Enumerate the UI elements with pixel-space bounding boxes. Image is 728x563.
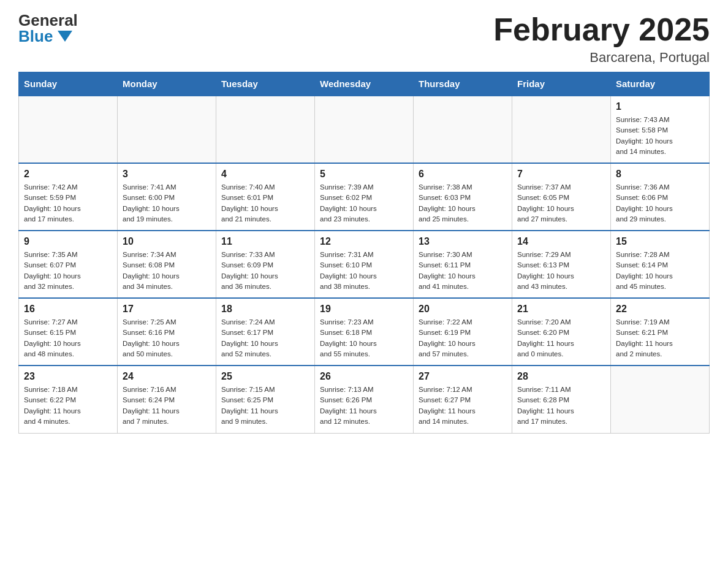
day-info: Sunrise: 7:18 AM Sunset: 6:22 PM Dayligh…	[24, 385, 112, 427]
day-info: Sunrise: 7:36 AM Sunset: 6:06 PM Dayligh…	[616, 182, 704, 224]
calendar-cell	[19, 96, 118, 163]
day-number: 12	[320, 236, 408, 247]
col-thursday: Thursday	[414, 72, 512, 96]
logo-blue-row: Blue	[18, 28, 72, 44]
calendar-cell	[216, 96, 315, 163]
day-number: 18	[221, 304, 309, 315]
calendar-week-2: 9Sunrise: 7:35 AM Sunset: 6:07 PM Daylig…	[19, 231, 710, 298]
day-info: Sunrise: 7:19 AM Sunset: 6:21 PM Dayligh…	[616, 317, 704, 359]
day-info: Sunrise: 7:13 AM Sunset: 6:26 PM Dayligh…	[320, 385, 408, 427]
day-number: 15	[616, 236, 704, 247]
day-info: Sunrise: 7:11 AM Sunset: 6:28 PM Dayligh…	[517, 385, 605, 427]
calendar-cell: 15Sunrise: 7:28 AM Sunset: 6:14 PM Dayli…	[611, 231, 710, 298]
day-info: Sunrise: 7:35 AM Sunset: 6:07 PM Dayligh…	[24, 250, 112, 292]
calendar-cell: 23Sunrise: 7:18 AM Sunset: 6:22 PM Dayli…	[19, 366, 118, 433]
day-number: 14	[517, 236, 605, 247]
calendar-cell: 25Sunrise: 7:15 AM Sunset: 6:25 PM Dayli…	[216, 366, 315, 433]
col-wednesday: Wednesday	[315, 72, 414, 96]
day-info: Sunrise: 7:31 AM Sunset: 6:10 PM Dayligh…	[320, 250, 408, 292]
day-info: Sunrise: 7:42 AM Sunset: 5:59 PM Dayligh…	[24, 182, 112, 224]
calendar-cell: 19Sunrise: 7:23 AM Sunset: 6:18 PM Dayli…	[315, 298, 414, 366]
day-info: Sunrise: 7:33 AM Sunset: 6:09 PM Dayligh…	[221, 250, 309, 292]
day-number: 21	[517, 304, 605, 315]
day-number: 17	[123, 304, 211, 315]
calendar-cell	[611, 366, 710, 433]
day-number: 23	[24, 371, 112, 382]
calendar-cell: 26Sunrise: 7:13 AM Sunset: 6:26 PM Dayli…	[315, 366, 414, 433]
logo-blue-text: Blue	[18, 28, 53, 44]
day-info: Sunrise: 7:28 AM Sunset: 6:14 PM Dayligh…	[616, 250, 704, 292]
day-number: 5	[320, 169, 408, 180]
day-info: Sunrise: 7:41 AM Sunset: 6:00 PM Dayligh…	[123, 182, 211, 224]
col-tuesday: Tuesday	[216, 72, 315, 96]
calendar-cell: 18Sunrise: 7:24 AM Sunset: 6:17 PM Dayli…	[216, 298, 315, 366]
day-number: 26	[320, 371, 408, 382]
day-info: Sunrise: 7:23 AM Sunset: 6:18 PM Dayligh…	[320, 317, 408, 359]
day-number: 8	[616, 169, 704, 180]
location-text: Barcarena, Portugal	[493, 50, 710, 66]
day-info: Sunrise: 7:25 AM Sunset: 6:16 PM Dayligh…	[123, 317, 211, 359]
title-block: February 2025 Barcarena, Portugal	[493, 12, 710, 66]
day-info: Sunrise: 7:27 AM Sunset: 6:15 PM Dayligh…	[24, 317, 112, 359]
calendar-week-0: 1Sunrise: 7:43 AM Sunset: 5:58 PM Daylig…	[19, 96, 710, 163]
calendar-cell	[315, 96, 414, 163]
col-saturday: Saturday	[611, 72, 710, 96]
col-sunday: Sunday	[19, 72, 118, 96]
calendar-cell: 28Sunrise: 7:11 AM Sunset: 6:28 PM Dayli…	[512, 366, 611, 433]
calendar-cell	[512, 96, 611, 163]
calendar-cell: 8Sunrise: 7:36 AM Sunset: 6:06 PM Daylig…	[611, 163, 710, 231]
day-info: Sunrise: 7:12 AM Sunset: 6:27 PM Dayligh…	[419, 385, 507, 427]
day-info: Sunrise: 7:43 AM Sunset: 5:58 PM Dayligh…	[616, 115, 704, 157]
day-number: 28	[517, 371, 605, 382]
calendar-cell: 20Sunrise: 7:22 AM Sunset: 6:19 PM Dayli…	[414, 298, 512, 366]
day-info: Sunrise: 7:39 AM Sunset: 6:02 PM Dayligh…	[320, 182, 408, 224]
calendar-week-1: 2Sunrise: 7:42 AM Sunset: 5:59 PM Daylig…	[19, 163, 710, 231]
calendar-cell	[414, 96, 512, 163]
calendar-cell: 1Sunrise: 7:43 AM Sunset: 5:58 PM Daylig…	[611, 96, 710, 163]
calendar-cell: 27Sunrise: 7:12 AM Sunset: 6:27 PM Dayli…	[414, 366, 512, 433]
calendar-cell: 9Sunrise: 7:35 AM Sunset: 6:07 PM Daylig…	[19, 231, 118, 298]
day-info: Sunrise: 7:30 AM Sunset: 6:11 PM Dayligh…	[419, 250, 507, 292]
day-number: 7	[517, 169, 605, 180]
day-number: 9	[24, 236, 112, 247]
day-number: 2	[24, 169, 112, 180]
day-info: Sunrise: 7:20 AM Sunset: 6:20 PM Dayligh…	[517, 317, 605, 359]
calendar-cell: 4Sunrise: 7:40 AM Sunset: 6:01 PM Daylig…	[216, 163, 315, 231]
page-header: General Blue February 2025 Barcarena, Po…	[18, 12, 710, 66]
calendar-cell	[118, 96, 216, 163]
day-number: 10	[123, 236, 211, 247]
day-info: Sunrise: 7:34 AM Sunset: 6:08 PM Dayligh…	[123, 250, 211, 292]
day-info: Sunrise: 7:40 AM Sunset: 6:01 PM Dayligh…	[221, 182, 309, 224]
day-info: Sunrise: 7:38 AM Sunset: 6:03 PM Dayligh…	[419, 182, 507, 224]
calendar-week-3: 16Sunrise: 7:27 AM Sunset: 6:15 PM Dayli…	[19, 298, 710, 366]
day-number: 16	[24, 304, 112, 315]
logo: General Blue	[18, 12, 78, 44]
calendar-cell: 6Sunrise: 7:38 AM Sunset: 6:03 PM Daylig…	[414, 163, 512, 231]
day-number: 20	[419, 304, 507, 315]
day-info: Sunrise: 7:37 AM Sunset: 6:05 PM Dayligh…	[517, 182, 605, 224]
calendar-cell: 13Sunrise: 7:30 AM Sunset: 6:11 PM Dayli…	[414, 231, 512, 298]
day-number: 4	[221, 169, 309, 180]
day-number: 11	[221, 236, 309, 247]
calendar-cell: 24Sunrise: 7:16 AM Sunset: 6:24 PM Dayli…	[118, 366, 216, 433]
day-info: Sunrise: 7:24 AM Sunset: 6:17 PM Dayligh…	[221, 317, 309, 359]
day-number: 27	[419, 371, 507, 382]
calendar-cell: 22Sunrise: 7:19 AM Sunset: 6:21 PM Dayli…	[611, 298, 710, 366]
calendar-cell: 3Sunrise: 7:41 AM Sunset: 6:00 PM Daylig…	[118, 163, 216, 231]
calendar-cell: 21Sunrise: 7:20 AM Sunset: 6:20 PM Dayli…	[512, 298, 611, 366]
day-info: Sunrise: 7:15 AM Sunset: 6:25 PM Dayligh…	[221, 385, 309, 427]
day-number: 1	[616, 101, 704, 112]
logo-triangle-icon	[58, 31, 72, 42]
col-monday: Monday	[118, 72, 216, 96]
calendar-cell: 5Sunrise: 7:39 AM Sunset: 6:02 PM Daylig…	[315, 163, 414, 231]
day-number: 19	[320, 304, 408, 315]
calendar-cell: 12Sunrise: 7:31 AM Sunset: 6:10 PM Dayli…	[315, 231, 414, 298]
calendar-cell: 17Sunrise: 7:25 AM Sunset: 6:16 PM Dayli…	[118, 298, 216, 366]
logo-general-text: General	[18, 12, 78, 28]
day-number: 3	[123, 169, 211, 180]
month-title: February 2025	[493, 12, 710, 47]
day-number: 22	[616, 304, 704, 315]
day-info: Sunrise: 7:22 AM Sunset: 6:19 PM Dayligh…	[419, 317, 507, 359]
day-number: 24	[123, 371, 211, 382]
calendar-week-4: 23Sunrise: 7:18 AM Sunset: 6:22 PM Dayli…	[19, 366, 710, 433]
